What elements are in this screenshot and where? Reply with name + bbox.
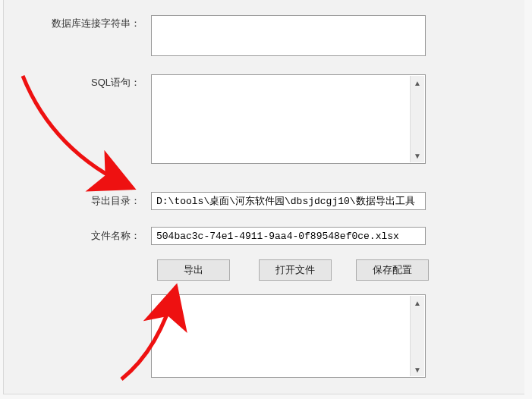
scroll-up-icon[interactable]: ▲ bbox=[411, 296, 424, 309]
export-dir-field[interactable] bbox=[151, 192, 426, 210]
label-export-dir: 导出目录： bbox=[4, 194, 140, 208]
log-field[interactable]: ▲ ▼ bbox=[151, 294, 426, 378]
file-name-input[interactable] bbox=[152, 228, 425, 244]
log-scrollbar[interactable]: ▲ ▼ bbox=[410, 296, 424, 376]
export-button[interactable]: 导出 bbox=[157, 259, 230, 281]
file-name-field[interactable] bbox=[151, 227, 426, 245]
export-dir-input[interactable] bbox=[152, 193, 425, 209]
sql-scrollbar[interactable]: ▲ ▼ bbox=[410, 76, 424, 162]
save-config-button[interactable]: 保存配置 bbox=[356, 259, 429, 281]
form-panel: 数据库连接字符串： SQL语句： ▲ ▼ 导出目录： 文件名称： 导出 打开文件… bbox=[3, 0, 524, 394]
conn-string-input[interactable] bbox=[152, 16, 425, 55]
label-file-name: 文件名称： bbox=[4, 229, 140, 243]
scroll-down-icon[interactable]: ▼ bbox=[411, 363, 424, 376]
label-conn-string: 数据库连接字符串： bbox=[4, 17, 140, 30]
scroll-up-icon[interactable]: ▲ bbox=[411, 76, 424, 90]
sql-field[interactable]: ▲ ▼ bbox=[151, 74, 426, 164]
sql-input[interactable] bbox=[152, 75, 425, 163]
log-output[interactable] bbox=[152, 295, 425, 377]
conn-string-field[interactable] bbox=[151, 15, 426, 56]
scroll-down-icon[interactable]: ▼ bbox=[411, 149, 424, 162]
open-file-button[interactable]: 打开文件 bbox=[259, 259, 332, 281]
label-sql: SQL语句： bbox=[4, 76, 140, 90]
